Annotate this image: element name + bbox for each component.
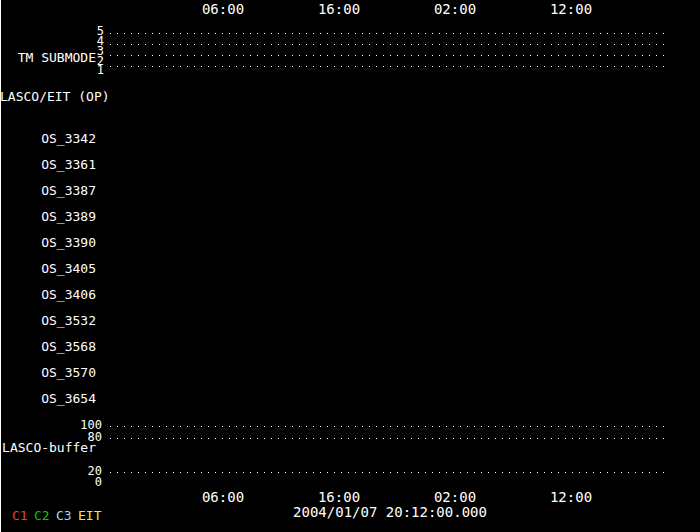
tm-grid-dotted-line	[110, 33, 669, 34]
tm-grid-dotted-line	[110, 44, 669, 45]
plot-right-border	[0, 465, 1, 532]
time-label-top: 02:00	[429, 2, 481, 17]
tm-grid-dotted-line	[110, 55, 669, 56]
time-label-top: 06:00	[197, 2, 249, 17]
legend-item-c1: C1	[12, 509, 28, 523]
tm-submode-label: TM SUBMODE	[0, 51, 96, 65]
datetime-label: 2004/01/07 20:12:00.000	[270, 505, 510, 519]
buffer-label: LASCO-buffer	[0, 441, 96, 455]
timeline-row-label: OS_3654	[0, 392, 96, 406]
time-label-bottom: 02:00	[429, 490, 481, 505]
time-label-bottom: 16:00	[313, 490, 365, 505]
legend-item-c2: C2	[34, 509, 50, 523]
timeline-row-label: OS_3568	[0, 340, 96, 354]
buffer-grid-dotted-line	[110, 426, 669, 427]
timeline-row-label: OS_3387	[0, 184, 96, 198]
buffer-grid-dotted-line	[110, 438, 669, 439]
buffer-grid-dotted-line	[110, 472, 669, 473]
tm-level-label: 1	[94, 65, 104, 76]
legend-item-c3: C3	[56, 509, 72, 523]
timeline-row-label: OS_3532	[0, 314, 96, 328]
legend-item-eit: EIT	[78, 509, 101, 523]
time-label-top: 12:00	[545, 2, 597, 17]
timeline-row-label: OS_3390	[0, 236, 96, 250]
timeline-row-label: OS_3389	[0, 210, 96, 224]
tm-grid-dotted-line	[110, 66, 669, 67]
buffer-ytick-label: 0	[68, 477, 102, 488]
time-label-bottom: 06:00	[197, 490, 249, 505]
timeline-row-label: OS_3570	[0, 366, 96, 380]
lasco-schedule-plot: 2004/01/07 20:12:00.000 06:0006:0016:001…	[0, 0, 700, 532]
time-label-bottom: 12:00	[545, 490, 597, 505]
time-label-top: 16:00	[313, 2, 365, 17]
op-row-label: LASCO/EIT (OP)	[0, 90, 96, 104]
timeline-row-label: OS_3361	[0, 158, 96, 172]
timeline-row-label: OS_3406	[0, 288, 96, 302]
timeline-row-label: OS_3405	[0, 262, 96, 276]
timeline-row-label: OS_3342	[0, 132, 96, 146]
